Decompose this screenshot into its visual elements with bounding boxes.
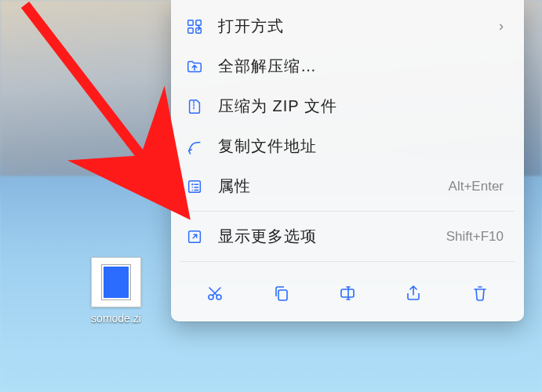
rename-button[interactable] — [329, 278, 366, 309]
svg-rect-0 — [188, 20, 193, 24]
svg-rect-10 — [341, 289, 354, 297]
delete-button[interactable] — [461, 278, 499, 309]
menu-label: 显示更多选项 — [218, 226, 432, 247]
cut-icon — [206, 284, 224, 303]
zip-file-icon — [91, 257, 141, 307]
svg-point-5 — [192, 183, 193, 184]
show-more-icon — [185, 227, 204, 246]
cut-button[interactable] — [196, 278, 234, 309]
delete-icon — [471, 284, 489, 303]
menu-item-show-more[interactable]: 显示更多选项 Shift+F10 — [177, 216, 518, 256]
menu-item-open-with[interactable]: 打开方式 › — [177, 6, 518, 46]
menu-item-extract-all[interactable]: 全部解压缩… — [177, 46, 518, 86]
rename-icon — [338, 284, 357, 303]
share-icon — [404, 284, 423, 303]
share-button[interactable] — [395, 278, 432, 309]
svg-rect-1 — [196, 20, 201, 24]
menu-label: 压缩为 ZIP 文件 — [218, 96, 504, 117]
compress-zip-icon — [185, 97, 204, 116]
copy-path-icon — [185, 137, 204, 156]
context-menu: 打开方式 › 全部解压缩… 压缩为 ZIP 文件 复制文件地址 属性 Alt+E… — [171, 0, 524, 321]
open-with-icon — [185, 17, 204, 36]
menu-label: 打开方式 — [218, 16, 485, 37]
menu-item-copy-path[interactable]: 复制文件地址 — [177, 126, 518, 166]
menu-shortcut: Alt+Enter — [449, 179, 504, 194]
properties-icon — [185, 177, 204, 196]
menu-item-properties[interactable]: 属性 Alt+Enter — [177, 166, 518, 206]
file-label: somode.zi — [91, 312, 141, 325]
menu-label: 属性 — [218, 176, 435, 197]
svg-rect-9 — [278, 290, 287, 300]
desktop-file-item[interactable]: somode.zi — [78, 257, 154, 325]
action-bar — [177, 267, 518, 315]
menu-separator — [180, 211, 515, 212]
chevron-right-icon: › — [499, 18, 504, 34]
extract-all-icon — [185, 57, 204, 76]
copy-icon — [272, 284, 291, 303]
menu-shortcut: Shift+F10 — [446, 229, 504, 245]
menu-label: 复制文件地址 — [218, 136, 504, 157]
menu-label: 全部解压缩… — [218, 56, 504, 77]
svg-rect-2 — [188, 27, 193, 32]
menu-item-compress-zip[interactable]: 压缩为 ZIP 文件 — [177, 86, 518, 126]
menu-separator — [180, 261, 515, 262]
copy-button[interactable] — [263, 278, 300, 309]
